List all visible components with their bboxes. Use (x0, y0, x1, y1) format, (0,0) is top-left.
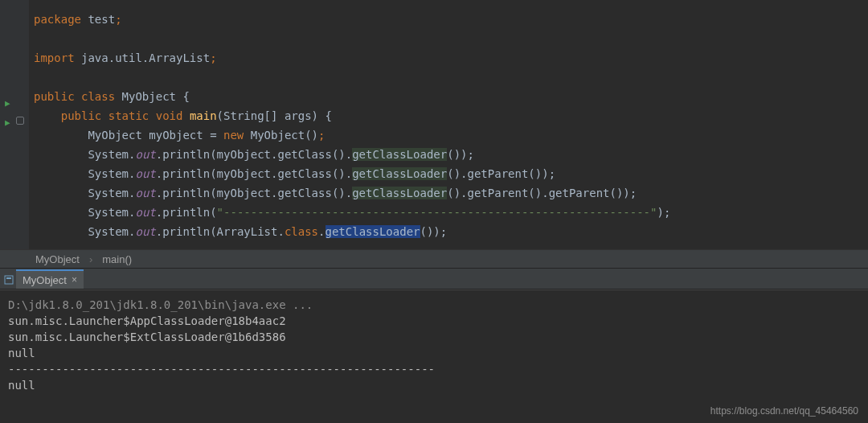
override-marker-icon[interactable] (16, 117, 24, 125)
field: out (135, 225, 155, 238)
breadcrumb-item[interactable]: main() (102, 253, 132, 265)
semicolon: ; (210, 51, 216, 64)
indent (34, 206, 88, 219)
code-text: ()); (420, 225, 448, 238)
chevron-right-icon: › (89, 253, 92, 265)
code-text: () (447, 148, 461, 161)
editor-gutter: ▶ ▶ (0, 0, 29, 249)
code-text: ); (461, 148, 474, 161)
code-text: ) { (312, 109, 332, 122)
indent (34, 225, 88, 238)
highlighted-text: getClassLoader (352, 167, 447, 180)
code-text: . (318, 225, 325, 238)
run-tool-icon[interactable] (2, 274, 16, 285)
console-line: sun.misc.Launcher$ExtClassLoader@1b6d358… (8, 331, 286, 343)
code-text: System. (88, 187, 135, 199)
console-tab[interactable]: MyObject × (16, 269, 84, 289)
console-output[interactable]: D:\jdk1.8.0_201\jdk1.8.0_201\bin\java.ex… (0, 290, 868, 418)
keyword: import (34, 51, 75, 64)
keyword: new (223, 129, 251, 142)
string-literal: "---------------------------------------… (217, 206, 657, 219)
code-text: .println( (156, 148, 217, 161)
indent (34, 148, 88, 161)
keyword: public class (34, 90, 122, 103)
keyword: package (34, 13, 81, 26)
selected-text: getClassLoader (326, 225, 420, 238)
code-text: MyObject() (251, 129, 318, 142)
code-text: .println( (156, 225, 217, 238)
code-text: ); (657, 206, 670, 219)
console-line: null (8, 379, 35, 392)
code-text: ArrayList. (217, 225, 285, 238)
console-line: sun.misc.Launcher$AppClassLoader@18b4aac… (8, 314, 286, 327)
indent (34, 129, 88, 142)
code-text: .println( (156, 187, 217, 199)
indent (34, 187, 88, 199)
field: out (135, 148, 155, 161)
close-icon[interactable]: × (72, 274, 77, 285)
keyword: class (285, 225, 318, 238)
watermark: https://blog.csdn.net/qq_45464560 (710, 405, 858, 417)
svg-rect-0 (5, 276, 13, 284)
code-text: String[] args (223, 109, 312, 122)
code-editor[interactable]: package test; import java.util.ArrayList… (29, 0, 670, 249)
field: out (135, 167, 155, 180)
console-line: D:\jdk1.8.0_201\jdk1.8.0_201\bin\java.ex… (8, 298, 313, 311)
code-text: test (81, 13, 115, 26)
code-text: ( (217, 109, 223, 122)
run-gutter-icon[interactable]: ▶ (5, 117, 10, 128)
console-tab-label: MyObject (23, 274, 67, 286)
console-line: null (8, 347, 35, 359)
code-text: { (176, 90, 190, 103)
breadcrumb-item[interactable]: MyObject (35, 253, 80, 265)
editor-area: ▶ ▶ package test; import java.util.Array… (0, 0, 868, 249)
highlighted-text: getClassLoader (352, 148, 447, 161)
code-text: .println( (156, 206, 217, 219)
code-text: java.util.ArrayList (75, 51, 211, 64)
field: out (135, 206, 155, 219)
code-text: System. (88, 225, 135, 238)
console-line: ----------------------------------------… (8, 363, 435, 376)
code-text: myObject.getClass(). (217, 167, 353, 180)
code-text: ); (623, 187, 637, 199)
class-name: MyObject (122, 90, 176, 103)
code-text: System. (88, 167, 135, 180)
code-text: MyObject myObject = (88, 129, 223, 142)
code-text: myObject.getClass(). (217, 187, 353, 199)
field: out (135, 187, 155, 199)
code-text: System. (88, 206, 135, 219)
indent (34, 109, 61, 122)
run-gutter-icon[interactable]: ▶ (5, 98, 10, 109)
console-tab-bar: MyObject × (0, 269, 868, 290)
svg-rect-1 (6, 277, 11, 279)
keyword: public static void (61, 109, 190, 122)
method-name: main (190, 109, 217, 122)
code-text: ().getParent().getParent() (447, 187, 623, 199)
semicolon: ; (318, 129, 325, 142)
code-text: myObject.getClass(). (217, 148, 353, 161)
code-text: System. (88, 148, 135, 161)
indent (34, 167, 88, 180)
code-text: .println( (156, 167, 217, 180)
highlighted-text: getClassLoader (352, 187, 447, 199)
code-text: ); (542, 167, 555, 180)
semicolon: ; (115, 13, 121, 26)
code-text: ().getParent() (447, 167, 542, 180)
breadcrumb: MyObject › main() (0, 249, 868, 269)
